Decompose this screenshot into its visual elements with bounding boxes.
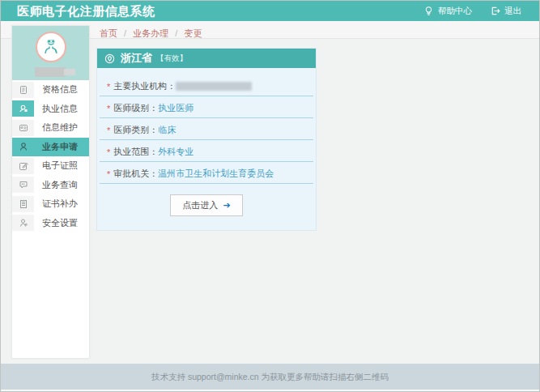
- field-value: 临床: [158, 124, 176, 136]
- field-value: 执业医师: [158, 102, 193, 114]
- footer-bar: 技术支持 support@minke.cn 为获取更多帮助请扫描右侧二维码: [1, 364, 539, 390]
- practice-region-card: 浙江省 【有效】 * 主要执业机构： * 医师级别： 执业医师 * 医师类别： …: [96, 48, 317, 231]
- sidebar-menu: 资格信息 执业信息: [12, 80, 89, 232]
- avatar[interactable]: [36, 32, 66, 62]
- help-center-label: 帮助中心: [438, 6, 472, 17]
- user-profile-block: [12, 26, 89, 80]
- user-settings-icon: [12, 215, 34, 231]
- app-window: 医师电子化注册信息系统 帮助中心 退出: [0, 0, 540, 392]
- user-name-redacted: [35, 67, 66, 77]
- sidebar-item-label: 证书补办: [34, 194, 89, 214]
- sidebar-item-business-query[interactable]: 业务查询: [12, 176, 89, 195]
- notebook-icon: [12, 196, 34, 212]
- chat-icon: [12, 177, 34, 193]
- logout-icon: [490, 6, 504, 16]
- field-value: 外科专业: [158, 146, 193, 158]
- breadcrumb-separator: /: [175, 28, 177, 38]
- field-main-practice-org: * 主要执业机构：: [100, 75, 313, 96]
- breadcrumb: 首页 / 业务办理 / 变更: [100, 28, 202, 40]
- arrow-right-icon: ➔: [223, 200, 230, 210]
- location-pin-icon: [104, 53, 115, 64]
- app-title: 医师电子化注册信息系统: [1, 1, 155, 21]
- field-approval-authority: * 审批机关： 温州市卫生和计划生育委员会: [100, 162, 313, 184]
- sidebar-item-label: 资格信息: [34, 80, 89, 100]
- sidebar-item-label: 执业信息: [34, 100, 89, 119]
- logout-label: 退出: [504, 6, 521, 17]
- user-headset-icon: [12, 100, 34, 117]
- required-marker: *: [107, 126, 110, 135]
- enter-button[interactable]: 点击进入 ➔: [170, 194, 242, 216]
- required-marker: *: [107, 169, 110, 179]
- breadcrumb-item-change[interactable]: 变更: [184, 28, 202, 38]
- sidebar: 资格信息 执业信息: [11, 25, 90, 359]
- field-value-redacted: [176, 82, 252, 91]
- region-name: 浙江省: [121, 51, 152, 66]
- enter-button-label: 点击进入: [182, 200, 218, 210]
- status-badge: 【有效】: [156, 53, 187, 64]
- field-label: 医师类别：: [113, 124, 158, 136]
- id-card-icon: [12, 120, 34, 136]
- card-header: 浙江省 【有效】: [97, 49, 316, 68]
- sidebar-item-label: 业务申请: [34, 138, 89, 157]
- field-value: 温州市卫生和计划生育委员会: [158, 168, 274, 180]
- sidebar-item-label: 信息维护: [34, 118, 89, 138]
- footer-support-text: 技术支持 support@minke.cn 为获取更多帮助请扫描右侧二维码: [1, 364, 539, 390]
- help-center-button[interactable]: 帮助中心: [423, 6, 472, 17]
- required-marker: *: [107, 82, 110, 92]
- field-label: 执业范围：: [113, 146, 158, 158]
- sidebar-item-label: 电子证照: [34, 156, 89, 176]
- sidebar-item-label: 业务查询: [34, 176, 89, 195]
- top-header-bar: 医师电子化注册信息系统 帮助中心 退出: [1, 1, 539, 21]
- doctor-icon: [40, 36, 62, 58]
- document-icon: [12, 82, 34, 98]
- sidebar-item-certificate-reissue[interactable]: 证书补办: [12, 194, 89, 214]
- field-physician-level: * 医师级别： 执业医师: [100, 96, 313, 118]
- required-marker: *: [107, 147, 110, 157]
- field-practice-scope: * 执业范围： 外科专业: [100, 140, 313, 162]
- user-icon: [12, 138, 34, 155]
- required-marker: *: [107, 104, 110, 113]
- field-label: 医师级别：: [113, 102, 158, 114]
- lightbulb-icon: [423, 6, 438, 16]
- sidebar-item-qualification-info[interactable]: 资格信息: [12, 80, 89, 100]
- breadcrumb-item-business[interactable]: 业务办理: [133, 28, 168, 38]
- sidebar-item-label: 安全设置: [34, 214, 89, 233]
- card-body: * 主要执业机构： * 医师级别： 执业医师 * 医师类别： 临床 * 执业范围…: [97, 68, 316, 230]
- sidebar-item-security-settings[interactable]: 安全设置: [12, 214, 89, 233]
- logout-button[interactable]: 退出: [490, 6, 521, 17]
- sidebar-item-practice-info[interactable]: 执业信息: [12, 100, 89, 119]
- sidebar-item-electronic-license[interactable]: 电子证照: [12, 156, 89, 176]
- sidebar-item-info-maintenance[interactable]: 信息维护: [12, 118, 89, 138]
- sidebar-item-business-application[interactable]: 业务申请: [12, 138, 89, 157]
- field-label: 审批机关：: [113, 168, 158, 180]
- field-physician-category: * 医师类别： 临床: [100, 118, 313, 140]
- breadcrumb-separator: /: [124, 28, 126, 38]
- field-label: 主要执业机构：: [113, 80, 176, 92]
- breadcrumb-item-home[interactable]: 首页: [100, 28, 117, 38]
- edit-icon: [12, 158, 34, 174]
